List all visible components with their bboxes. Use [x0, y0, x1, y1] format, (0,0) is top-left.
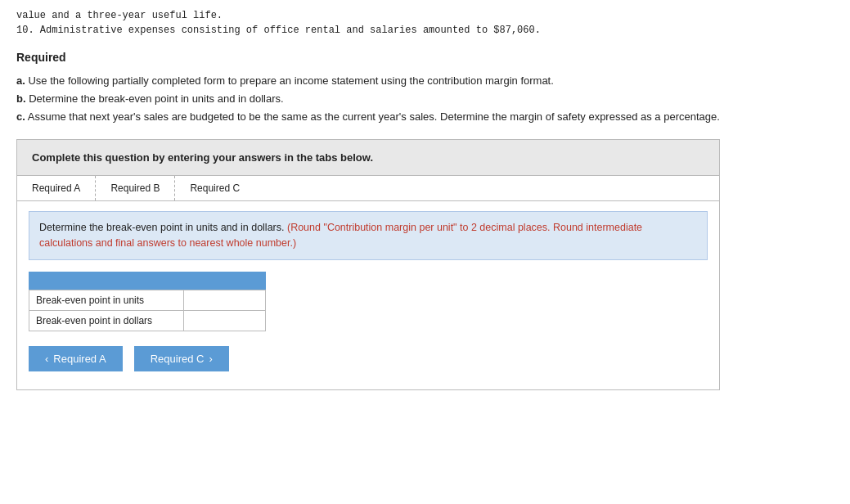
text-c: Assume that next year's sales are budget…	[28, 110, 720, 123]
tab-content-b: Determine the break-even point in units …	[17, 201, 719, 389]
prev-button[interactable]: ‹ Required A	[29, 346, 123, 371]
row-value-dollars[interactable]	[184, 310, 266, 331]
next-button[interactable]: Required C ›	[134, 346, 229, 371]
instruction-main: Determine the break-even point in units …	[39, 222, 284, 233]
tabs-row: Required A Required B Required C	[17, 176, 719, 201]
instruction-bar: Determine the break-even point in units …	[29, 211, 708, 260]
instruction-c: c. Assume that next year's sales are bud…	[16, 108, 834, 126]
next-button-label: Required C	[151, 353, 205, 365]
break-even-table: Break-even point in units Break-even poi…	[29, 290, 266, 331]
next-chevron-icon: ›	[209, 353, 212, 365]
table-row: Break-even point in dollars	[29, 310, 266, 331]
row-label-dollars: Break-even point in dollars	[29, 310, 184, 331]
tab-required-c[interactable]: Required C	[175, 176, 254, 200]
label-c: c.	[16, 110, 25, 123]
text-a: Use the following partially completed fo…	[28, 74, 553, 87]
row-value-units[interactable]	[184, 290, 266, 310]
required-heading: Required	[16, 51, 834, 64]
instruction-b: b. Determine the break-even point in uni…	[16, 90, 834, 108]
input-units[interactable]	[191, 295, 259, 306]
top-line1: value and a three-year useful life.	[16, 8, 834, 23]
table-area: Break-even point in units Break-even poi…	[29, 272, 708, 331]
input-dollars[interactable]	[191, 315, 259, 326]
table-header-row	[29, 272, 266, 290]
label-a: a.	[16, 74, 25, 87]
prev-button-label: Required A	[53, 353, 106, 365]
tab-required-b[interactable]: Required B	[96, 176, 175, 200]
table-row: Break-even point in units	[29, 290, 266, 310]
instructions-block: a. Use the following partially completed…	[16, 72, 834, 126]
nav-buttons: ‹ Required A Required C ›	[29, 346, 708, 380]
top-text-block: value and a three-year useful life. 10. …	[16, 8, 834, 38]
label-b: b.	[16, 92, 26, 105]
instruction-a: a. Use the following partially completed…	[16, 72, 834, 90]
text-b: Determine the break-even point in units …	[29, 92, 283, 105]
prev-chevron-icon: ‹	[45, 353, 48, 365]
tab-required-a[interactable]: Required A	[17, 176, 96, 200]
complete-box: Complete this question by entering your …	[16, 139, 720, 176]
top-line2: 10. Administrative expenses consisting o…	[16, 23, 834, 38]
row-label-units: Break-even point in units	[29, 290, 184, 310]
tabs-container: Required A Required B Required C Determi…	[16, 176, 720, 390]
complete-box-text: Complete this question by entering your …	[32, 151, 373, 164]
